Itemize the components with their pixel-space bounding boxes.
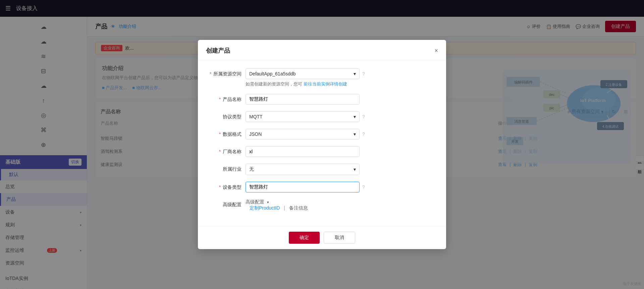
modal-overlay: 创建产品 × * 所属资源空间 DefaultApp_61a5sddb ▾ ?: [0, 0, 644, 289]
form-row-advanced: 高级配置 高级配置 ▾ 定制ProductID | 备注信息: [209, 199, 435, 211]
resource-space-help-icon[interactable]: ?: [362, 71, 365, 76]
protocol-help-icon[interactable]: ?: [362, 114, 365, 119]
manufacturer-label: * 厂商名称: [209, 146, 246, 155]
resource-space-hint-link[interactable]: 前往当前实例详情创建: [304, 81, 347, 86]
resource-space-content: DefaultApp_61a5sddb ▾ ? 如需创建新的资源空间，您可 前往…: [246, 68, 435, 87]
form-row-protocol: 协议类型 MQTT ▾ ?: [209, 111, 435, 122]
advanced-content: 高级配置 ▾ 定制ProductID | 备注信息: [246, 199, 435, 211]
data-format-label: * 数据格式: [209, 129, 246, 137]
chevron-down-icon: ▾: [267, 200, 269, 205]
required-star: *: [219, 184, 221, 190]
protocol-value: MQTT: [249, 114, 263, 119]
data-format-content: JSON ▾ ?: [246, 129, 435, 139]
manufacturer-content: [246, 146, 435, 157]
dropdown-arrow: ▾: [354, 167, 356, 172]
modal-header: 创建产品 ×: [198, 40, 446, 60]
required-star: *: [219, 131, 221, 137]
form-row-manufacturer: * 厂商名称: [209, 146, 435, 157]
form-row-product-name: * 产品名称: [209, 94, 435, 105]
device-type-content: ?: [246, 182, 435, 192]
required-star: *: [210, 71, 211, 76]
modal-title: 创建产品: [206, 47, 230, 55]
advanced-config-toggle[interactable]: 高级配置 ▾: [246, 199, 435, 205]
advanced-options: 定制ProductID | 备注信息: [250, 205, 308, 211]
data-format-row: JSON ▾ ?: [246, 129, 435, 139]
modal-footer: 确定 取消: [198, 226, 446, 249]
protocol-select[interactable]: MQTT ▾: [246, 111, 360, 122]
data-format-value: JSON: [249, 131, 262, 137]
advanced-label: 高级配置: [209, 199, 246, 208]
product-name-label: * 产品名称: [209, 94, 246, 103]
resource-space-hint: 如需创建新的资源空间，您可 前往当前实例详情创建: [246, 81, 435, 87]
resource-space-value: DefaultApp_61a5sddb: [249, 71, 296, 76]
protocol-content: MQTT ▾ ?: [246, 111, 435, 122]
protocol-label: 协议类型: [209, 111, 246, 120]
industry-value: 无: [249, 166, 254, 172]
create-product-modal: 创建产品 × * 所属资源空间 DefaultApp_61a5sddb ▾ ?: [198, 40, 446, 249]
cancel-button[interactable]: 取消: [324, 232, 355, 244]
product-name-input[interactable]: [246, 94, 360, 105]
required-star: *: [219, 97, 221, 102]
advanced-option2[interactable]: 备注信息: [289, 205, 308, 211]
modal-close-button[interactable]: ×: [434, 47, 438, 54]
resource-space-label: * 所属资源空间: [209, 68, 246, 77]
dropdown-arrow: ▾: [354, 71, 356, 76]
protocol-row: MQTT ▾ ?: [246, 111, 435, 122]
industry-select[interactable]: 无 ▾: [246, 164, 360, 175]
confirm-button[interactable]: 确定: [289, 232, 320, 244]
dropdown-arrow: ▾: [354, 131, 356, 137]
device-type-label: * 设备类型: [209, 182, 246, 190]
form-row-resource-space: * 所属资源空间 DefaultApp_61a5sddb ▾ ? 如需创建新的资…: [209, 68, 435, 87]
dropdown-arrow: ▾: [354, 114, 356, 119]
product-name-content: [246, 94, 435, 105]
industry-content: 无 ▾: [246, 164, 435, 175]
device-type-input[interactable]: [246, 182, 360, 192]
device-type-row: ?: [246, 182, 435, 192]
advanced-divider: |: [284, 205, 285, 211]
data-format-select[interactable]: JSON ▾: [246, 129, 360, 139]
required-star: *: [219, 149, 221, 154]
form-row-device-type: * 设备类型 ?: [209, 182, 435, 192]
manufacturer-input[interactable]: [246, 146, 360, 157]
form-row-industry: 所属行业 无 ▾: [209, 164, 435, 175]
data-format-help-icon[interactable]: ?: [362, 131, 365, 137]
resource-space-row: DefaultApp_61a5sddb ▾ ?: [246, 68, 435, 79]
industry-label: 所属行业: [209, 164, 246, 172]
modal-body: * 所属资源空间 DefaultApp_61a5sddb ▾ ? 如需创建新的资…: [198, 60, 446, 226]
form-row-data-format: * 数据格式 JSON ▾ ?: [209, 129, 435, 139]
resource-space-select[interactable]: DefaultApp_61a5sddb ▾: [246, 68, 360, 79]
device-type-help-icon[interactable]: ?: [362, 184, 365, 190]
advanced-option1[interactable]: 定制ProductID: [250, 205, 280, 211]
